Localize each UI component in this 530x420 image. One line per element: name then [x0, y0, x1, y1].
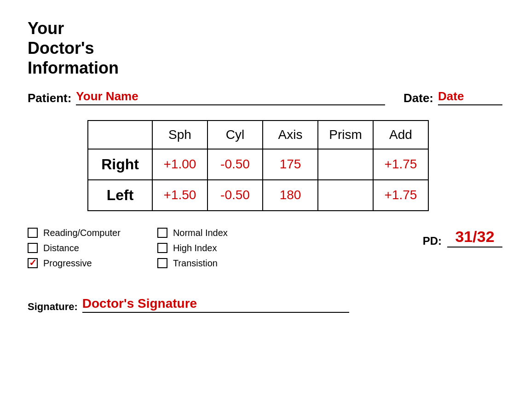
patient-label: Patient:	[28, 91, 71, 105]
right-prism	[318, 149, 373, 180]
left-add: +1.75	[373, 180, 428, 211]
right-axis: 175	[263, 149, 318, 180]
option-high-index: High Index	[157, 243, 228, 253]
option-progressive-label: Progressive	[43, 258, 92, 269]
option-progressive: Progressive	[28, 258, 121, 269]
right-sph: +1.00	[152, 149, 207, 180]
table-header-row: Sph Cyl Axis Prism Add	[88, 121, 428, 149]
prescription-table: Sph Cyl Axis Prism Add Right +1.00 -0.50…	[87, 120, 429, 211]
header-empty	[88, 121, 152, 149]
date-section: Date: Date	[403, 89, 502, 105]
row-label-left: Left	[88, 180, 152, 211]
prescription-table-container: Sph Cyl Axis Prism Add Right +1.00 -0.50…	[87, 120, 502, 211]
patient-value: Your Name	[76, 89, 385, 105]
left-prism	[318, 180, 373, 211]
signature-value: Doctor's Signature	[82, 296, 349, 313]
table-row-left: Left +1.50 -0.50 180 +1.75	[88, 180, 428, 211]
option-distance: Distance	[28, 243, 121, 253]
pd-value: 31/32	[447, 228, 502, 247]
prescription-form: Your Doctor's Information Patient: Your …	[0, 0, 530, 420]
checkbox-transistion[interactable]	[157, 258, 167, 268]
option-distance-label: Distance	[43, 243, 79, 253]
checkbox-normal-index[interactable]	[157, 228, 167, 238]
checkbox-progressive[interactable]	[28, 258, 38, 268]
right-add: +1.75	[373, 149, 428, 180]
signature-label: Signature:	[28, 301, 78, 313]
header-sph: Sph	[152, 121, 207, 149]
header-prism: Prism	[318, 121, 373, 149]
option-normal-index-label: Normal Index	[173, 228, 228, 238]
options-pd-section: Reading/Computer Distance Progressive No…	[28, 228, 502, 269]
left-sph: +1.50	[152, 180, 207, 211]
header-add: Add	[373, 121, 428, 149]
checkbox-distance[interactable]	[28, 243, 38, 253]
checkbox-reading[interactable]	[28, 228, 38, 238]
options-right-col: Normal Index High Index Transistion	[157, 228, 228, 269]
option-transistion: Transistion	[157, 258, 228, 269]
options-columns: Reading/Computer Distance Progressive No…	[28, 228, 228, 269]
signature-row: Signature: Doctor's Signature	[28, 296, 502, 313]
table-row-right: Right +1.00 -0.50 175 +1.75	[88, 149, 428, 180]
pd-label: PD:	[423, 235, 442, 247]
left-axis: 180	[263, 180, 318, 211]
checkbox-high-index[interactable]	[157, 243, 167, 253]
row-label-right: Right	[88, 149, 152, 180]
date-value: Date	[438, 89, 502, 105]
pd-section: PD: 31/32	[423, 228, 502, 247]
form-title: Your Doctor's Information	[28, 18, 502, 78]
date-label: Date:	[403, 91, 433, 105]
option-transistion-label: Transistion	[173, 258, 218, 269]
right-cyl: -0.50	[207, 149, 263, 180]
header-cyl: Cyl	[207, 121, 263, 149]
options-left-col: Reading/Computer Distance Progressive	[28, 228, 121, 269]
left-cyl: -0.50	[207, 180, 263, 211]
option-normal-index: Normal Index	[157, 228, 228, 238]
patient-date-row: Patient: Your Name Date: Date	[28, 89, 502, 105]
option-reading-label: Reading/Computer	[43, 228, 121, 238]
option-reading: Reading/Computer	[28, 228, 121, 238]
header-axis: Axis	[263, 121, 318, 149]
option-high-index-label: High Index	[173, 243, 217, 253]
